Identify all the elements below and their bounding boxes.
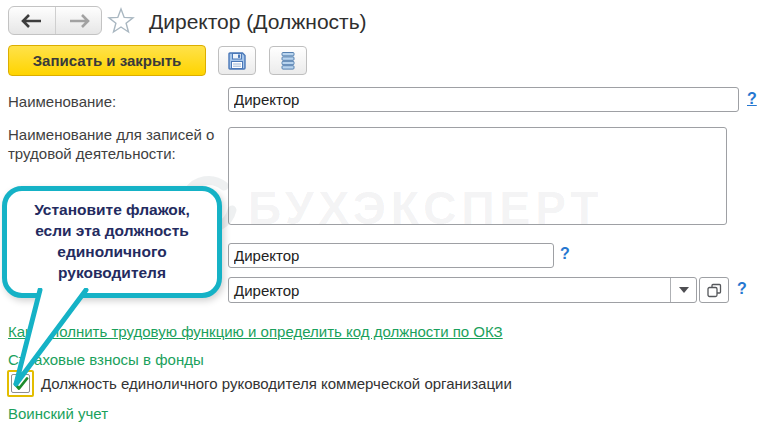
labor-records-label: Наименование для записей о трудовой деят… — [8, 126, 226, 164]
labor-records-textarea[interactable] — [228, 127, 727, 225]
open-item-button[interactable] — [699, 277, 729, 303]
overlapping-squares-icon — [707, 283, 722, 298]
sole-executive-row: Должность единоличного руководителя комм… — [7, 370, 512, 397]
name-help-link[interactable]: ? — [747, 90, 757, 108]
combobox-dropdown-button[interactable] — [670, 278, 696, 302]
history-nav — [8, 6, 102, 35]
green-checkmark-icon — [13, 377, 29, 391]
callout-text: Установите флажок, если эта должность ед… — [34, 200, 190, 284]
labor-function-combobox[interactable]: Директор — [228, 277, 697, 303]
military-section-link[interactable]: Воинский учет — [8, 405, 108, 422]
short-name-input[interactable] — [228, 243, 554, 268]
labor-function-help-link[interactable]: ? — [737, 280, 747, 298]
stacked-bars-icon — [280, 51, 296, 71]
favorite-star-button[interactable] — [107, 7, 135, 35]
page-title: Директор (Должность) — [149, 10, 367, 34]
name-field-label: Наименование: — [8, 93, 116, 112]
save-button[interactable] — [218, 46, 256, 75]
forward-arrow-icon — [68, 14, 90, 28]
forward-button[interactable] — [55, 7, 101, 34]
insurance-section-link[interactable]: Страховые взносы в фонды — [8, 351, 204, 368]
position-card-window: Директор (Должность) Записать и закрыть … — [0, 0, 757, 427]
sole-executive-checkbox[interactable] — [11, 374, 30, 393]
sole-executive-label: Должность единоличного руководителя комм… — [41, 375, 512, 392]
okz-howto-link[interactable]: Как заполнить трудовую функцию и определ… — [8, 323, 503, 340]
back-button[interactable] — [9, 7, 55, 34]
save-and-close-button[interactable]: Записать и закрыть — [8, 45, 206, 76]
labor-function-value: Директор — [229, 282, 670, 299]
name-input[interactable] — [228, 87, 739, 112]
checkbox-focus-ring — [7, 370, 34, 397]
chevron-down-icon — [679, 287, 689, 293]
back-arrow-icon — [21, 14, 43, 28]
list-actions-button[interactable] — [269, 46, 307, 75]
floppy-disk-icon — [227, 51, 247, 71]
short-name-help-link[interactable]: ? — [560, 245, 570, 263]
tutorial-callout: Установите флажок, если эта должность ед… — [2, 186, 222, 298]
star-icon — [107, 7, 135, 35]
